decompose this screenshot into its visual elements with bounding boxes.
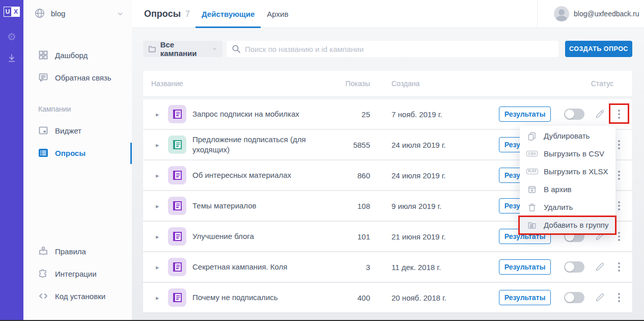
topbar: Опросы 7 Действующие Архив blog@uxfeedba… [132, 0, 644, 28]
more-actions-icon[interactable] [616, 169, 622, 182]
sidebar-item-rules[interactable]: Правила [23, 241, 132, 261]
menu-item-label: Удалить [544, 203, 573, 211]
status-toggle[interactable] [564, 261, 584, 273]
settings-gear-icon[interactable]: ⚙ [0, 31, 23, 43]
csv-icon: CSV [527, 151, 537, 157]
survey-title: Запрос подписки на мобилках [192, 109, 334, 119]
survey-doc-icon [168, 227, 186, 246]
sidebar-item-integrations[interactable]: Интеграции [23, 263, 132, 284]
archive-icon [527, 185, 537, 194]
puzzle-icon [38, 269, 48, 279]
account-email[interactable]: blog@uxfeedback.ru [574, 10, 639, 18]
sidebar: blog Дашборд Обратная св [23, 0, 132, 321]
survey-created: 24 июля 2019 г. [391, 130, 446, 159]
expand-chevron-icon[interactable]: ▸ [156, 111, 159, 118]
more-actions-icon[interactable] [616, 291, 622, 304]
results-button[interactable]: Результаты [499, 106, 551, 122]
workspace-selector[interactable]: blog [23, 5, 132, 22]
app-window: U X ⚙ blog [0, 0, 644, 321]
sidebar-item-label: Виджет [55, 126, 81, 135]
survey-views: 860 [326, 160, 370, 190]
chevron-down-icon [212, 46, 217, 52]
sidebar-item-surveys[interactable]: Опросы [23, 143, 132, 163]
edit-icon[interactable] [595, 109, 605, 119]
more-actions-icon[interactable] [616, 230, 622, 243]
column-created: Создана [391, 71, 419, 96]
menu-item-export-xlsx[interactable]: XLSX Выгрузить в XLSX [520, 163, 615, 180]
create-survey-button[interactable]: СОЗДАТЬ ОПРОС [565, 41, 632, 57]
survey-created: 11 дек. 2018 г. [391, 252, 441, 282]
status-toggle[interactable] [564, 292, 584, 303]
menu-item-delete[interactable]: Удалить [520, 198, 615, 216]
sidebar-item-feedback[interactable]: Обратная связь [23, 67, 132, 88]
expand-chevron-icon[interactable]: ▸ [156, 172, 159, 179]
column-status: Статус [570, 71, 613, 96]
annotation-box-kebab [609, 103, 629, 124]
chevron-down-icon [117, 10, 124, 17]
survey-views: 101 [326, 222, 370, 251]
logo-x: X [12, 7, 20, 17]
logo-u: U [4, 7, 12, 17]
menu-item-duplicate[interactable]: Дублировать [520, 127, 615, 145]
survey-views: 25 [326, 99, 370, 129]
table-row: ▸ Почему не подписались 400 20 нояб. 201… [143, 283, 632, 312]
menu-item-archive[interactable]: В архив [520, 180, 615, 198]
table-row: ▸ Секретная кампания. Коля 3 11 дек. 201… [143, 252, 632, 282]
survey-doc-icon [168, 288, 186, 307]
download-icon[interactable] [0, 53, 23, 63]
menu-item-label: Дублировать [544, 131, 590, 140]
sidebar-item-label: Опросы [55, 149, 86, 157]
search-input[interactable] [245, 45, 553, 54]
results-button[interactable]: Результаты [499, 259, 551, 275]
duplicate-icon [527, 131, 537, 141]
sidebar-item-label: Обратная связь [55, 73, 111, 82]
expand-chevron-icon[interactable]: ▸ [156, 294, 159, 302]
ux-logo[interactable]: U X [4, 7, 20, 17]
csv-badge: CSV [526, 151, 537, 157]
survey-created: 24 июля 2019 г. [391, 160, 446, 190]
more-actions-icon[interactable] [616, 199, 622, 212]
widget-icon [38, 125, 48, 136]
dashboard-icon [38, 50, 48, 60]
search-box [227, 41, 558, 57]
survey-doc-icon [168, 105, 186, 123]
expand-chevron-icon[interactable]: ▸ [156, 141, 159, 149]
tabs: Действующие Архив [195, 0, 294, 28]
sidebar-item-label: Код установки [55, 292, 105, 301]
survey-title: Улучшение блога [192, 231, 334, 242]
expand-chevron-icon[interactable]: ▸ [156, 263, 159, 271]
results-button[interactable]: Результаты [499, 290, 551, 305]
table-row: ▸ Запрос подписки на мобилках 25 7 нояб.… [143, 99, 632, 129]
tab-active-surveys[interactable]: Действующие [195, 0, 261, 28]
sidebar-item-widget[interactable]: Виджет [23, 120, 132, 141]
feedback-icon [38, 72, 48, 83]
survey-created: 20 нояб. 2018 г. [391, 283, 446, 312]
campaign-filter-dropdown[interactable]: Все кампании [143, 41, 222, 57]
survey-views: 3 [326, 252, 370, 282]
globe-icon [34, 8, 45, 19]
survey-doc-icon [168, 136, 186, 154]
menu-item-label: В архив [544, 185, 572, 194]
sidebar-item-label: Дашборд [55, 51, 88, 60]
expand-chevron-icon[interactable]: ▸ [156, 202, 159, 210]
tab-archive[interactable]: Архив [261, 0, 294, 28]
brand-rail: U X ⚙ [0, 0, 23, 321]
sidebar-item-install-code[interactable]: Код установки [23, 286, 132, 306]
more-actions-icon[interactable] [616, 138, 622, 151]
edit-icon[interactable] [595, 292, 605, 303]
search-icon [232, 44, 241, 54]
menu-item-label: Выгрузить в CSV [544, 149, 604, 158]
trash-icon [527, 203, 537, 212]
survey-title: Предложение подписаться (для уходящих) [192, 135, 334, 155]
survey-views: 400 [326, 283, 370, 312]
rules-icon [38, 246, 48, 256]
menu-item-export-csv[interactable]: CSV Выгрузить в CSV [520, 145, 615, 163]
more-actions-icon[interactable] [616, 260, 622, 274]
expand-chevron-icon[interactable]: ▸ [156, 233, 159, 240]
sidebar-item-dashboard[interactable]: Дашборд [23, 45, 132, 65]
avatar[interactable] [554, 6, 569, 21]
status-toggle[interactable] [564, 109, 584, 120]
column-views: Показы [326, 71, 370, 96]
table-header: Название Показы Создана Статус [143, 71, 632, 96]
edit-icon[interactable] [595, 262, 605, 272]
